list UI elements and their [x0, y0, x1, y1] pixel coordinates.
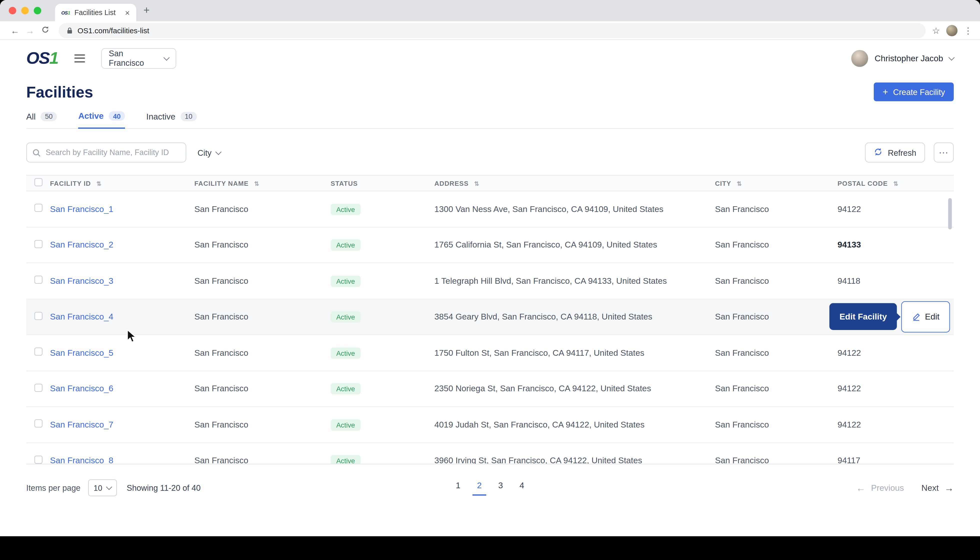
column-facility-name[interactable]: FACILITY NAME⇅ [195, 180, 331, 187]
row-checkbox[interactable] [35, 276, 43, 284]
sort-icon[interactable]: ⇅ [97, 180, 102, 187]
zoom-window-button[interactable] [34, 7, 41, 15]
browser-tab[interactable]: OS1 Facilities List × [55, 4, 136, 21]
table-row[interactable]: San Francisco_6San FranciscoActive2350 N… [26, 371, 954, 407]
facility-name: San Francisco [195, 312, 331, 322]
facility-city: San Francisco [715, 276, 838, 285]
new-tab-button[interactable]: + [143, 5, 150, 17]
next-page-button[interactable]: Next → [922, 482, 954, 493]
facility-city: San Francisco [715, 456, 838, 464]
app-header: OS1 San Francisco Christopher Jacob [0, 40, 980, 76]
table-header: FACILITY ID⇅ FACILITY NAME⇅ STATUS ADDRE… [26, 175, 954, 191]
table-row[interactable]: San Francisco_1San FranciscoActive1300 V… [26, 191, 954, 227]
back-icon[interactable]: ← [8, 25, 22, 35]
facility-id-link[interactable]: San Francisco_5 [50, 348, 113, 358]
next-label: Next [922, 483, 939, 493]
page-1-button[interactable]: 1 [451, 480, 465, 495]
table-row[interactable]: San Francisco_8San FranciscoActive3960 I… [26, 443, 954, 464]
facility-id-link[interactable]: San Francisco_3 [50, 276, 113, 285]
edit-overlay: Edit FacilityEdit [830, 301, 950, 332]
facility-postal: 94122 [838, 204, 954, 214]
facility-id-link[interactable]: San Francisco_8 [50, 456, 113, 464]
table-row[interactable]: San Francisco_4San FranciscoActive3854 G… [26, 299, 954, 335]
page-2-button[interactable]: 2 [472, 480, 486, 495]
row-checkbox[interactable] [35, 348, 43, 356]
row-checkbox[interactable] [35, 455, 43, 464]
facility-id-link[interactable]: San Francisco_6 [50, 384, 113, 393]
location-selector[interactable]: San Francisco [101, 48, 176, 68]
more-options-button[interactable]: ⋯ [934, 142, 954, 162]
search-icon [32, 148, 41, 160]
facility-postal: 94118 [838, 276, 954, 285]
items-per-page-select[interactable]: 10 [88, 480, 117, 497]
facility-postal: 94133 [838, 240, 954, 250]
chevron-down-icon [106, 484, 112, 490]
user-menu[interactable]: Christopher Jacob [852, 50, 954, 67]
column-address[interactable]: ADDRESS⇅ [435, 180, 715, 187]
tab-active[interactable]: Active 40 [78, 111, 125, 129]
main-content: Facilities + Create Facility All 50 Acti… [0, 82, 980, 496]
sort-icon[interactable]: ⇅ [254, 180, 260, 187]
table-row[interactable]: San Francisco_7San FranciscoActive4019 J… [26, 407, 954, 443]
table-row[interactable]: San Francisco_2San FranciscoActive1765 C… [26, 227, 954, 263]
browser-tabstrip: OS1 Facilities List × + [0, 0, 980, 21]
column-city[interactable]: CITY⇅ [715, 180, 838, 187]
close-window-button[interactable] [9, 7, 16, 15]
sort-icon[interactable]: ⇅ [474, 180, 480, 187]
column-postal-code[interactable]: POSTAL CODE⇅ [838, 180, 954, 187]
facility-address: 1765 California St, San Francisco, CA 94… [435, 240, 715, 250]
select-all-checkbox[interactable] [35, 178, 43, 187]
table-row[interactable]: San Francisco_5San FranciscoActive1750 F… [26, 335, 954, 371]
table-row[interactable]: San Francisco_3San FranciscoActive1 Tele… [26, 263, 954, 299]
pagination: 1 2 3 4 [451, 480, 529, 495]
facility-name: San Francisco [195, 240, 331, 250]
tab-all-count: 50 [41, 112, 57, 121]
tab-all-label: All [26, 112, 36, 121]
facility-id-link[interactable]: San Francisco_7 [50, 420, 113, 429]
bookmark-star-icon[interactable]: ☆ [932, 25, 940, 35]
facility-postal: 94122 [838, 384, 954, 393]
chevron-down-icon [948, 54, 955, 60]
page-title: Facilities [26, 83, 93, 101]
page-3-button[interactable]: 3 [494, 480, 508, 495]
facility-address: 1750 Fulton St, San Francisco, CA 94117,… [435, 348, 715, 358]
url-text: OS1.com/facilities-list [78, 26, 149, 35]
previous-page-button[interactable]: ← Previous [856, 482, 904, 493]
tab-active-label: Active [78, 111, 103, 121]
os1-logo: OS1 [26, 48, 58, 68]
url-field[interactable]: OS1.com/facilities-list [59, 23, 926, 38]
browser-profile-avatar[interactable] [946, 25, 958, 36]
tab-all[interactable]: All 50 [26, 111, 57, 128]
minimize-window-button[interactable] [21, 7, 29, 15]
city-filter-dropdown[interactable]: City [198, 148, 221, 157]
facility-postal: 94122 [838, 348, 954, 358]
reload-icon[interactable] [38, 25, 52, 35]
row-checkbox[interactable] [35, 420, 43, 428]
search-input[interactable] [26, 142, 186, 162]
refresh-button[interactable]: Refresh [865, 142, 925, 162]
facility-id-link[interactable]: San Francisco_4 [50, 312, 113, 322]
facilities-table: FACILITY ID⇅ FACILITY NAME⇅ STATUS ADDRE… [26, 175, 954, 465]
column-status: STATUS [331, 180, 435, 187]
create-facility-button[interactable]: + Create Facility [874, 82, 954, 101]
row-checkbox[interactable] [35, 240, 43, 248]
row-checkbox[interactable] [35, 383, 43, 392]
forward-icon: → [22, 25, 38, 35]
page-4-button[interactable]: 4 [515, 480, 529, 495]
tab-inactive[interactable]: Inactive 10 [146, 111, 197, 128]
facility-id-link[interactable]: San Francisco_1 [50, 204, 113, 214]
edit-facility-tooltip[interactable]: Edit Facility [830, 303, 897, 330]
table-scrollbar[interactable] [948, 198, 952, 230]
close-tab-icon[interactable]: × [125, 8, 130, 17]
row-checkbox[interactable] [35, 204, 43, 212]
edit-button[interactable]: Edit [901, 301, 950, 332]
hamburger-menu-icon[interactable] [75, 54, 85, 62]
column-facility-id[interactable]: FACILITY ID⇅ [50, 180, 195, 187]
sort-icon[interactable]: ⇅ [893, 180, 898, 187]
browser-menu-icon[interactable]: ⋮ [964, 25, 972, 35]
facility-id-link[interactable]: San Francisco_2 [50, 240, 113, 250]
row-checkbox[interactable] [35, 312, 43, 320]
refresh-icon [874, 147, 883, 158]
sort-icon[interactable]: ⇅ [737, 180, 742, 187]
showing-range: Showing 11-20 of 40 [127, 483, 201, 493]
